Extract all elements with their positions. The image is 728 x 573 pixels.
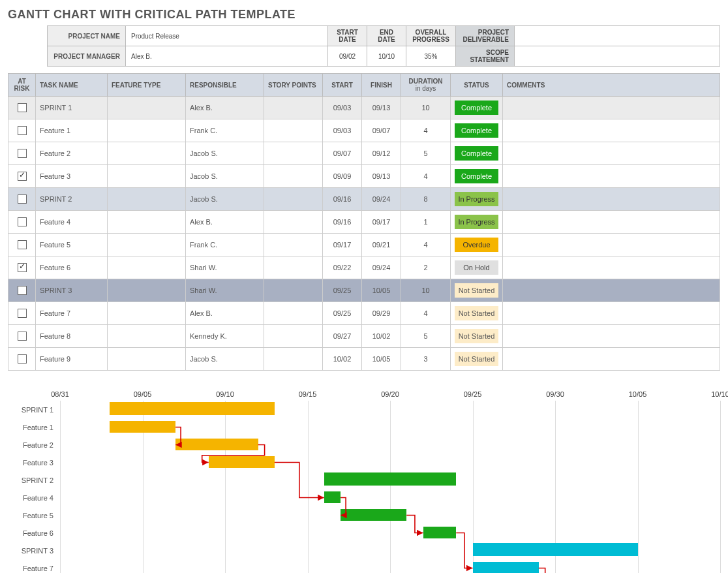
cell-finish: 09/07 <box>362 119 401 142</box>
cell-duration: 10 <box>401 97 451 119</box>
cell-responsible: Frank C. <box>186 234 264 256</box>
cell-responsible: Shari W. <box>186 279 264 302</box>
gantt-row: Feature 6 <box>8 524 720 542</box>
axis-tick: 09/10 <box>216 390 234 398</box>
at-risk-checkbox[interactable] <box>18 172 27 181</box>
at-risk-checkbox[interactable] <box>18 149 27 158</box>
gantt-row: SPRINT 3 <box>8 542 720 559</box>
cell-feature-type <box>108 348 186 371</box>
cell-status: Complete <box>451 97 503 119</box>
gantt-row-label: SPRINT 2 <box>8 476 60 484</box>
cell-comments <box>503 97 720 119</box>
cell-finish: 09/24 <box>362 188 401 211</box>
cell-finish: 10/02 <box>362 325 401 348</box>
table-row: Feature 6Shari W.09/2209/242On Hold <box>8 256 720 279</box>
at-risk-checkbox[interactable] <box>18 286 27 295</box>
cell-duration: 4 <box>401 234 451 256</box>
cell-status: Not Started <box>451 348 503 371</box>
gantt-chart: 08/3109/0509/1009/1509/2009/2509/3010/05… <box>8 390 720 573</box>
cell-feature-type <box>108 211 186 234</box>
table-row: SPRINT 3Shari W.09/2510/0510Not Started <box>8 279 720 302</box>
value-project-name: Product Release <box>126 26 328 46</box>
axis-tick: 10/10 <box>711 390 728 398</box>
cell-feature-type <box>108 279 186 302</box>
cell-status: Not Started <box>451 279 503 302</box>
col-feature-type: FEATURE TYPE <box>108 74 186 97</box>
cell-duration: 3 <box>401 348 451 371</box>
table-row: Feature 9Jacob S.10/0210/053Not Started <box>8 348 720 371</box>
col-status: STATUS <box>451 74 503 97</box>
cell-story-points <box>264 256 323 279</box>
at-risk-checkbox[interactable] <box>18 332 27 341</box>
gantt-row-label: Feature 7 <box>8 565 60 572</box>
cell-start: 09/16 <box>323 188 362 211</box>
label-scope-statement: SCOPE STATEMENT <box>456 46 515 67</box>
col-at-risk: AT RISK <box>8 74 36 97</box>
gantt-row: Feature 5 <box>8 506 720 524</box>
value-start-date: 09/02 <box>328 46 367 67</box>
cell-finish: 10/05 <box>362 279 401 302</box>
col-start: START <box>323 74 362 97</box>
cell-story-points <box>264 142 323 165</box>
cell-story-points <box>264 348 323 371</box>
cell-finish: 09/13 <box>362 165 401 188</box>
table-row: Feature 3Jacob S.09/0909/134Complete <box>8 165 720 188</box>
cell-comments <box>503 165 720 188</box>
cell-comments <box>503 256 720 279</box>
at-risk-checkbox[interactable] <box>18 103 27 112</box>
cell-task-name: Feature 3 <box>36 165 108 188</box>
value-end-date: 10/10 <box>367 46 406 67</box>
axis-tick: 09/15 <box>299 390 317 398</box>
at-risk-checkbox[interactable] <box>18 309 27 318</box>
gantt-row-label: Feature 3 <box>8 459 60 467</box>
cell-task-name: SPRINT 1 <box>36 97 108 119</box>
table-row: Feature 2Jacob S.09/0709/125Complete <box>8 142 720 165</box>
cell-responsible: Alex B. <box>186 97 264 119</box>
cell-status: Overdue <box>451 234 503 256</box>
axis-tick: 08/31 <box>51 390 69 398</box>
cell-duration: 8 <box>401 188 451 211</box>
cell-start: 09/22 <box>323 256 362 279</box>
gantt-bar <box>175 439 258 450</box>
cell-duration: 2 <box>401 256 451 279</box>
gantt-bar <box>324 472 456 486</box>
at-risk-checkbox[interactable] <box>18 194 27 204</box>
gantt-row-label: Feature 5 <box>8 512 60 519</box>
at-risk-checkbox[interactable] <box>18 263 27 272</box>
gantt-bar <box>423 527 457 538</box>
page-title: GANTT CHART WITH CRITICAL PATH TEMPLATE <box>8 8 720 22</box>
gantt-bar <box>110 421 175 433</box>
at-risk-checkbox[interactable] <box>18 240 27 249</box>
cell-task-name: Feature 2 <box>36 142 108 165</box>
cell-responsible: Jacob S. <box>186 165 264 188</box>
axis-tick: 09/25 <box>464 390 482 398</box>
cell-task-name: SPRINT 2 <box>36 188 108 211</box>
cell-feature-type <box>108 234 186 256</box>
cell-status: Not Started <box>451 302 503 325</box>
cell-finish: 09/17 <box>362 211 401 234</box>
cell-comments <box>503 211 720 234</box>
cell-start: 09/03 <box>323 119 362 142</box>
cell-responsible: Jacob S. <box>186 188 264 211</box>
cell-comments <box>503 302 720 325</box>
at-risk-checkbox[interactable] <box>18 354 27 364</box>
cell-finish: 09/24 <box>362 256 401 279</box>
cell-start: 09/07 <box>323 142 362 165</box>
cell-duration: 1 <box>401 211 451 234</box>
cell-finish: 09/12 <box>362 142 401 165</box>
cell-comments <box>503 142 720 165</box>
at-risk-checkbox[interactable] <box>18 217 27 226</box>
axis-tick: 09/30 <box>546 390 564 398</box>
cell-task-name: Feature 5 <box>36 234 108 256</box>
cell-story-points <box>264 188 323 211</box>
gantt-row-label: Feature 1 <box>8 424 60 431</box>
cell-task-name: Feature 8 <box>36 325 108 348</box>
cell-start: 10/02 <box>323 348 362 371</box>
cell-story-points <box>264 325 323 348</box>
gantt-row: Feature 1 <box>8 418 720 436</box>
at-risk-checkbox[interactable] <box>18 126 27 135</box>
cell-story-points <box>264 234 323 256</box>
tasks-table: AT RISK TASK NAME FEATURE TYPE RESPONSIB… <box>8 73 720 371</box>
gantt-row: Feature 4 <box>8 489 720 506</box>
cell-task-name: Feature 7 <box>36 302 108 325</box>
